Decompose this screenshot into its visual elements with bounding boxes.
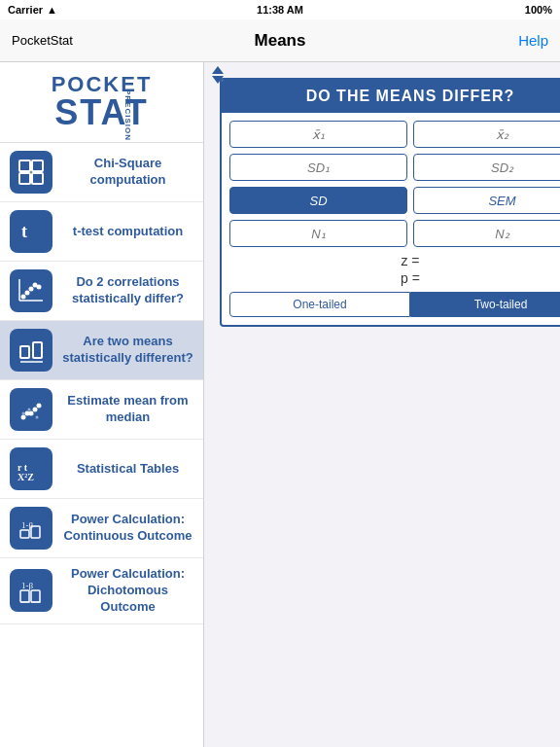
sidebar-item-power-dichotomous[interactable]: 1-β Power Calculation: Dichotomous Outco…: [0, 558, 203, 624]
arrow-up-icon[interactable]: [212, 66, 224, 74]
svg-rect-26: [20, 530, 29, 538]
tables-icon: r t X²Z: [10, 447, 52, 490]
status-right: 100%: [525, 4, 552, 16]
svg-point-18: [33, 408, 38, 412]
svg-point-19: [37, 404, 42, 409]
correlations-icon: [10, 269, 52, 312]
logo-area: POCKET STAT PRECISION: [0, 62, 203, 143]
means-header: DO THE MEANS DIFFER?: [222, 80, 560, 113]
one-tailed-button[interactable]: One-tailed: [229, 292, 410, 317]
status-bar: Carrier ▲ 11:38 AM 100%: [0, 0, 560, 19]
content-area: DO THE MEANS DIFFER? SD SEM: [204, 62, 560, 747]
power-cont-icon: 1-β: [10, 507, 52, 550]
power-continuous-label: Power Calculation: Continuous Outcome: [62, 512, 193, 545]
svg-point-5: [21, 295, 26, 300]
stat-tables-label: Statistical Tables: [62, 461, 193, 478]
means-row-sdtype: SD SEM: [229, 187, 560, 214]
svg-rect-1: [32, 160, 43, 171]
svg-point-21: [28, 409, 31, 411]
power-dich-icon: 1-β: [10, 569, 52, 612]
n1-input[interactable]: [229, 220, 407, 247]
means-row-x: [229, 121, 560, 148]
svg-point-22: [36, 416, 39, 419]
logo-stat: STAT: [52, 95, 153, 130]
x2-input[interactable]: [413, 121, 560, 148]
sidebar-item-power-continuous[interactable]: 1-β Power Calculation: Continuous Outcom…: [0, 499, 203, 558]
svg-rect-12: [20, 346, 29, 358]
svg-point-20: [22, 412, 25, 415]
svg-rect-2: [19, 173, 30, 184]
wifi-icon: ▲: [47, 4, 57, 16]
means-row-n: [229, 220, 560, 247]
svg-point-9: [37, 285, 42, 290]
sidebar-item-t-test[interactable]: t t-test computation: [0, 202, 203, 262]
nav-left-title: PocketStat: [12, 33, 73, 48]
carrier-label: Carrier: [8, 4, 43, 16]
sidebar-item-stat-tables[interactable]: r t X²Z Statistical Tables: [0, 440, 203, 499]
arrow-down-icon[interactable]: [212, 76, 224, 84]
z-result: z =: [229, 253, 560, 268]
status-time: 11:38 AM: [257, 4, 303, 16]
x1-input[interactable]: [229, 121, 407, 148]
p-result: p =: [229, 270, 560, 286]
svg-rect-0: [19, 160, 30, 171]
means-panel: DO THE MEANS DIFFER? SD SEM: [220, 78, 560, 327]
chi-square-icon: [10, 151, 52, 194]
t-test-icon: t: [10, 210, 52, 253]
logo-wrapper: POCKET STAT PRECISION: [52, 74, 153, 130]
n2-input[interactable]: [413, 220, 560, 247]
sd-button[interactable]: SD: [229, 187, 407, 214]
sd1-input[interactable]: [229, 154, 407, 181]
svg-point-15: [21, 415, 26, 420]
sidebar-item-correlations[interactable]: Do 2 correlations statistically differ?: [0, 262, 203, 321]
estimate-icon: [10, 388, 52, 431]
svg-text:X²Z: X²Z: [18, 472, 34, 482]
logo-sub: PRECISION: [123, 89, 132, 141]
battery-label: 100%: [525, 4, 552, 16]
svg-rect-3: [32, 173, 43, 184]
svg-text:t: t: [21, 222, 27, 241]
sd2-input[interactable]: [413, 154, 560, 181]
status-left: Carrier ▲: [8, 4, 57, 16]
help-button[interactable]: Help: [518, 32, 548, 49]
correlations-label: Do 2 correlations statistically differ?: [62, 274, 193, 307]
t-test-label: t-test computation: [62, 224, 193, 240]
svg-rect-29: [20, 590, 29, 602]
means-label: Are two means statistically different?: [62, 334, 193, 367]
sidebar-item-estimate-mean[interactable]: Estimate mean from median: [0, 380, 203, 440]
estimate-mean-label: Estimate mean from median: [62, 393, 193, 426]
nav-center-title: Means: [255, 31, 306, 51]
svg-point-17: [29, 411, 34, 416]
tail-buttons: One-tailed Two-tailed: [229, 292, 560, 317]
main-container: POCKET STAT PRECISION Chi-Square computa…: [0, 62, 560, 747]
power-dichotomous-label: Power Calculation: Dichotomous Outcome: [62, 566, 193, 616]
svg-rect-30: [31, 590, 40, 602]
svg-point-7: [29, 287, 34, 292]
sidebar-item-chi-square[interactable]: Chi-Square computation: [0, 143, 203, 202]
sidebar: POCKET STAT PRECISION Chi-Square computa…: [0, 62, 204, 747]
svg-text:1-β: 1-β: [21, 581, 33, 590]
scroll-arrows: [212, 66, 224, 84]
sem-button[interactable]: SEM: [413, 187, 560, 214]
svg-point-6: [25, 291, 30, 296]
two-tailed-button[interactable]: Two-tailed: [410, 292, 560, 317]
means-icon: [10, 329, 52, 372]
means-row-sd: [229, 154, 560, 181]
chi-square-label: Chi-Square computation: [62, 156, 193, 189]
svg-rect-13: [33, 342, 42, 358]
nav-bar: PocketStat Means Help: [0, 19, 560, 62]
sidebar-item-means[interactable]: Are two means statistically different?: [0, 321, 203, 380]
means-grid: SD SEM z = p = One-tailed Two-tailed: [222, 113, 560, 325]
